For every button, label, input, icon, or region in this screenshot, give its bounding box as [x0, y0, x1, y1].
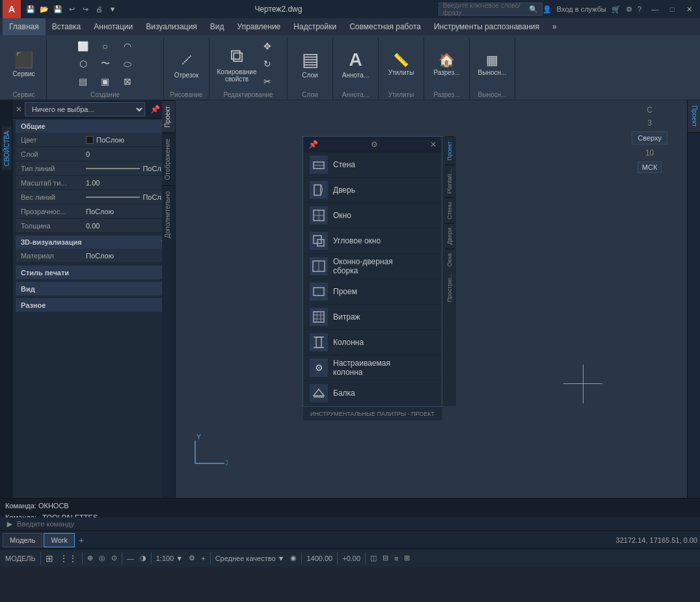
cmd-input[interactable] — [17, 520, 695, 528]
section-3d-header[interactable]: 3D-визуализация ▼ — [16, 236, 172, 249]
bot-grid-btn[interactable]: ⊞ — [43, 551, 56, 566]
ribbon-btn-service[interactable]: ⬛ Сервис — [10, 46, 38, 82]
bot-snap-btn[interactable]: ⋮⋮ — [57, 551, 80, 566]
section-view-header[interactable]: Вид ▶ — [16, 282, 172, 295]
bot-extra-btn4[interactable]: ⊞ — [401, 551, 412, 566]
view-top-btn[interactable]: Сверху — [632, 131, 667, 144]
palette-close-btn[interactable]: ✕ — [430, 140, 437, 149]
prop-value-thickness[interactable]: 0.00 — [86, 222, 167, 230]
side-tab-project[interactable]: Проект — [162, 100, 175, 133]
section-general-header[interactable]: Общие ▼ — [16, 120, 172, 133]
bot-render-btn[interactable]: ◉ — [288, 551, 299, 566]
palette-tab-plantati[interactable]: Plantati... — [445, 165, 454, 198]
bot-polar-btn[interactable]: ◎ — [96, 551, 108, 566]
cart-icon[interactable]: 🛒 — [612, 5, 621, 14]
qa-more[interactable]: ▼ — [107, 3, 118, 15]
ribbon-btn-region[interactable]: ▣ — [95, 73, 116, 90]
prop-value-linetype[interactable]: ПоСл... — [86, 165, 167, 172]
section-printstyle-header[interactable]: Стиль печати ▶ — [16, 266, 172, 279]
bot-model-label[interactable]: МОДЕЛЬ — [3, 551, 38, 566]
prop-value-lineweight[interactable]: ПоСл... — [86, 193, 167, 201]
minimize-button[interactable]: — — [647, 3, 664, 16]
add-tab-button[interactable]: + — [76, 535, 87, 545]
drawing-area[interactable]: С 3 Сверху 10 МСК Y X 📌 ⚙ ✕ — [176, 100, 687, 498]
right-tab-project[interactable]: Проект — [688, 100, 700, 133]
palette-item-door[interactable]: Дверь — [303, 178, 442, 203]
prop-value-color[interactable]: ПоСлою — [86, 136, 167, 144]
bot-quality-btn[interactable]: Среднее качество ▼ — [213, 551, 288, 566]
ribbon-btn-annot[interactable]: A Аннота... — [342, 46, 370, 82]
palette-tab-walls[interactable]: Стены — [445, 197, 454, 223]
maximize-button[interactable]: □ — [664, 3, 680, 16]
side-tab-display[interactable]: Отображение — [162, 133, 175, 185]
palette-tab-windows[interactable]: Окна — [445, 249, 454, 271]
palette-item-curtainwall[interactable]: Витраж — [303, 305, 442, 330]
ribbon-btn-wipeout[interactable]: ⊠ — [117, 73, 138, 90]
side-tab-extra[interactable]: Дополнительно — [162, 185, 175, 243]
prop-value-layer[interactable]: 0 — [86, 150, 167, 158]
palette-item-wall[interactable]: Стена — [303, 152, 442, 178]
app-logo[interactable]: A — [3, 0, 21, 18]
ribbon-btn-move[interactable]: ✥ — [257, 38, 278, 55]
ribbon-btn-callout[interactable]: ▦ Выносн... — [478, 46, 507, 82]
qa-print[interactable]: 🖨 — [93, 3, 105, 15]
qa-redo[interactable]: ↪ — [79, 3, 91, 15]
user-label[interactable]: Вход в службы — [557, 5, 606, 13]
qa-new[interactable]: 💾 — [25, 3, 36, 15]
prop-value-material[interactable]: ПоСлою — [86, 252, 167, 260]
tab-model[interactable]: Модель — [3, 533, 42, 547]
qa-save[interactable]: 💾 — [52, 3, 64, 15]
ribbon-btn-trim[interactable]: ✂ — [257, 73, 278, 90]
menu-home[interactable]: Главная — [3, 18, 46, 35]
menu-annotations[interactable]: Аннотации — [87, 18, 139, 35]
help-icon[interactable]: ? — [638, 5, 641, 13]
properties-selector[interactable]: Ничего не выбра... — [25, 102, 145, 116]
qa-undo[interactable]: ↩ — [66, 3, 77, 15]
ribbon-btn-poly[interactable]: ⬡ — [73, 55, 94, 72]
ribbon-btn-matchprop[interactable]: ⧉ Копирование свойств — [219, 44, 255, 83]
menu-collab[interactable]: Совместная работа — [343, 18, 427, 35]
menu-more[interactable]: » — [546, 18, 563, 35]
bot-scale-btn[interactable]: 1:100 ▼ — [154, 551, 185, 566]
ribbon-btn-ellipse[interactable]: ⬭ — [117, 55, 138, 72]
tab-work[interactable]: Work — [44, 533, 74, 547]
prop-value-ltscale[interactable]: 1.00 — [86, 179, 167, 187]
bot-transparency-btn[interactable]: ◑ — [137, 551, 149, 566]
palette-pin[interactable]: 📌 — [308, 140, 318, 149]
bot-lineweight-btn[interactable]: — — [124, 551, 137, 566]
ribbon-btn-utils[interactable]: 📏 Утилиты — [387, 46, 416, 82]
prop-value-transparency[interactable]: ПоСлою — [86, 208, 167, 215]
menu-visualization[interactable]: Визуализация — [139, 18, 204, 35]
ribbon-btn-arc[interactable]: ◠ — [117, 38, 138, 55]
palette-item-window[interactable]: Окно — [303, 203, 442, 228]
ribbon-btn-circle[interactable]: ○ — [95, 38, 116, 55]
palette-item-corner-window[interactable]: Угловое окно — [303, 228, 442, 254]
bot-plus-icon[interactable]: + — [198, 551, 208, 566]
palette-settings[interactable]: ⚙ — [371, 140, 378, 149]
bot-extra-btn2[interactable]: ⊟ — [380, 551, 391, 566]
palette-item-window-door[interactable]: Оконно-дверная сборка — [303, 254, 442, 279]
ribbon-btn-section[interactable]: 🏠 Разрез... — [433, 46, 461, 82]
ribbon-btn-rect[interactable]: ⬜ — [73, 38, 94, 55]
ribbon-btn-spline[interactable]: 〜 — [95, 55, 116, 72]
bot-ortho-btn[interactable]: ⊕ — [85, 551, 96, 566]
palette-tab-doors[interactable]: Двери — [445, 223, 454, 249]
palette-item-opening[interactable]: Проем — [303, 279, 442, 305]
menu-tools[interactable]: Инструменты распознавания — [427, 18, 546, 35]
palette-tab-spaces[interactable]: Прострю... — [445, 271, 454, 305]
bot-osnap-btn[interactable]: ⊙ — [109, 551, 120, 566]
ribbon-btn-hatch[interactable]: ▤ — [73, 73, 94, 90]
search-box[interactable]: Введите ключевое слово/фразу 🔍 — [438, 3, 543, 16]
section-misc-header[interactable]: Разное ▶ — [16, 298, 172, 312]
palette-item-beam[interactable]: Балка — [303, 381, 442, 406]
settings-icon[interactable]: ⚙ — [626, 5, 632, 14]
pin-icon[interactable]: 📌 — [150, 105, 160, 114]
panel-close-x[interactable]: ✕ — [16, 105, 22, 114]
qa-open[interactable]: 📂 — [38, 3, 50, 15]
menu-insert[interactable]: Вставка — [46, 18, 88, 35]
menu-addins[interactable]: Надстройки — [287, 18, 343, 35]
bot-settings-icon[interactable]: ⚙ — [186, 551, 198, 566]
left-tab-properties[interactable]: СВОЙСТВА — [2, 126, 12, 171]
coord-label[interactable]: МСК — [638, 161, 662, 173]
ribbon-btn-layers[interactable]: ▤ Слои — [296, 46, 325, 82]
